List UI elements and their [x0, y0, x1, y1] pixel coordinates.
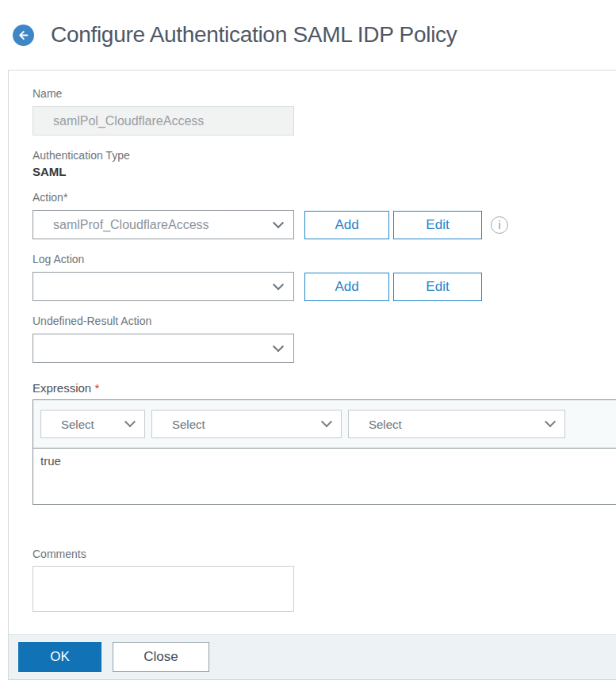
log-action-select[interactable] [33, 272, 294, 301]
form-panel: Name samlPol_CloudflareAccess Authentica… [8, 70, 616, 680]
page-title: Configure Authentication SAML IDP Policy [51, 22, 457, 48]
auth-type-label: Authentication Type [33, 149, 616, 162]
expression-select-2[interactable]: Select [151, 410, 342, 438]
comments-label: Comments [33, 548, 616, 560]
chevron-down-icon [273, 279, 284, 290]
expression-builder: Select Select Select true [33, 399, 616, 505]
name-input: samlPol_CloudflareAccess [33, 106, 294, 136]
required-asterisk: * [94, 381, 99, 395]
chevron-down-icon [321, 416, 332, 427]
action-select[interactable]: samlProf_CloudflareAccess [33, 210, 294, 239]
chevron-down-icon [545, 416, 556, 427]
undefined-result-action-label: Undefined-Result Action [33, 315, 616, 327]
chevron-down-icon [273, 341, 284, 352]
back-button[interactable] [13, 25, 34, 46]
expression-select-1[interactable]: Select [40, 410, 145, 438]
expression-toolbar: Select Select Select [33, 400, 616, 449]
action-edit-button[interactable]: Edit [393, 211, 482, 239]
undefined-result-action-select[interactable] [33, 334, 294, 363]
log-action-label: Log Action [33, 253, 616, 265]
expression-label: Expression * [33, 381, 616, 395]
info-icon[interactable]: i [491, 216, 508, 234]
form-body: Name samlPol_CloudflareAccess Authentica… [9, 71, 616, 634]
action-required-mark: * [63, 191, 67, 204]
expression-select-2-placeholder: Select [172, 418, 205, 431]
comments-textarea[interactable] [33, 566, 294, 612]
expression-select-3-placeholder: Select [369, 418, 402, 431]
arrow-left-icon [17, 29, 30, 42]
chevron-down-icon [124, 416, 136, 427]
log-action-add-button[interactable]: Add [304, 273, 389, 301]
action-add-button[interactable]: Add [304, 211, 389, 239]
name-label: Name [33, 87, 616, 100]
expression-select-3[interactable]: Select [348, 410, 565, 438]
action-label: Action* [33, 191, 616, 204]
chevron-down-icon [273, 217, 284, 228]
auth-type-value: SAML [33, 165, 616, 178]
close-button[interactable]: Close [113, 642, 209, 672]
log-action-edit-button[interactable]: Edit [393, 273, 482, 301]
action-select-value: samlProf_CloudflareAccess [53, 218, 209, 232]
ok-button[interactable]: OK [18, 642, 101, 672]
form-footer: OK Close [9, 634, 616, 679]
expression-editor[interactable]: true [33, 449, 616, 504]
page-header: Configure Authentication SAML IDP Policy [0, 0, 616, 70]
name-value: samlPol_CloudflareAccess [53, 114, 204, 128]
expression-select-1-placeholder: Select [61, 418, 94, 431]
